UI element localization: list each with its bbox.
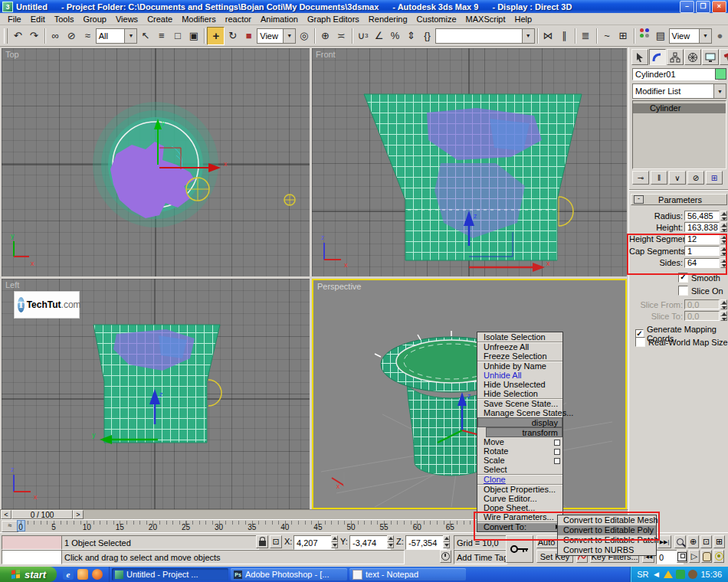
keyboard-override-button[interactable]: ≍ xyxy=(333,28,349,44)
select-and-rotate-button[interactable]: ↻ xyxy=(225,28,241,44)
context-menu-item[interactable]: Convert To: xyxy=(477,522,562,531)
context-menu-item[interactable]: Freeze Selection xyxy=(477,351,562,361)
viewport-top[interactable]: Top y x y x xyxy=(2,48,310,276)
modifier-list-dropdown[interactable]: Modifier List▼ xyxy=(632,83,726,99)
taskbar-task-photoshop[interactable]: Ps Adobe Photoshop - [... xyxy=(231,568,347,580)
context-menu-item[interactable]: Scale xyxy=(477,456,562,465)
layer-manager-button[interactable]: ≣ xyxy=(578,28,594,44)
angle-snap-button[interactable]: ∠ xyxy=(371,28,387,44)
named-sets-button[interactable]: {} xyxy=(419,28,435,44)
spinner-control[interactable] xyxy=(720,246,727,256)
bind-spacewarp-button[interactable]: ≈ xyxy=(80,28,96,44)
object-name-field[interactable]: Cylinder01 xyxy=(632,68,718,80)
menu-item[interactable]: Edit xyxy=(26,15,50,24)
remove-modifier-button[interactable]: ⊘ xyxy=(687,171,704,185)
undo-button[interactable]: ↶ xyxy=(10,28,26,44)
real-world-checkbox[interactable] xyxy=(635,337,645,347)
parameter-field[interactable]: 64 xyxy=(684,258,720,268)
viewport-front-label[interactable]: Front xyxy=(316,50,336,59)
context-menu-item[interactable]: Unhide All xyxy=(477,371,562,380)
align-button[interactable]: ∥ xyxy=(556,28,572,44)
make-unique-button[interactable]: ∨ xyxy=(669,171,686,185)
tab-display[interactable] xyxy=(702,49,719,65)
selection-lock-button[interactable] xyxy=(256,535,268,548)
warning-tray-icon[interactable] xyxy=(664,571,673,578)
use-pivot-center-button[interactable]: ◎ xyxy=(296,28,312,44)
unlink-button[interactable]: ⊘ xyxy=(64,28,80,44)
minimize-button[interactable]: – xyxy=(680,1,694,13)
zoom-extents-all-button[interactable]: ⊞ xyxy=(713,535,725,548)
context-menu-item[interactable]: Select xyxy=(477,465,562,474)
context-menu-item[interactable]: Dope Sheet... xyxy=(477,503,562,512)
menu-item[interactable]: MAXScript xyxy=(461,15,510,24)
context-menu-item[interactable]: Isolate Selection xyxy=(477,332,562,342)
context-menu-item[interactable]: Hide Selection xyxy=(477,389,562,398)
context-menu-item[interactable]: Wire Parameters... xyxy=(477,512,562,522)
maxscript-listener-white[interactable] xyxy=(2,550,64,564)
context-menu-item[interactable]: Curve Editor... xyxy=(477,494,562,503)
internet-explorer-icon[interactable]: e xyxy=(63,569,74,580)
menu-item[interactable]: Create xyxy=(143,15,177,24)
zoom-all-button[interactable]: ⊕ xyxy=(687,535,699,548)
tab-create[interactable] xyxy=(631,49,648,65)
zoom-extents-button[interactable]: ⊡ xyxy=(700,535,712,548)
go-to-end-button[interactable]: ▶▶| xyxy=(657,535,671,548)
select-and-move-button[interactable]: + xyxy=(207,27,225,45)
viewport-perspective-label[interactable]: Perspective xyxy=(317,282,361,291)
viewport-front[interactable]: Front z x z xyxy=(312,48,627,276)
context-menu-item[interactable]: Object Properties... xyxy=(477,484,562,494)
submenu-item[interactable]: Convert to Editable Poly xyxy=(558,525,656,535)
menu-item[interactable]: Views xyxy=(111,15,143,24)
menu-item[interactable]: Animation xyxy=(256,15,303,24)
context-menu-item[interactable]: Save Scene State... xyxy=(477,398,562,408)
set-keys-button[interactable] xyxy=(506,535,533,563)
context-menu-item[interactable]: Unfreeze All xyxy=(477,342,562,351)
link-button[interactable]: ∞ xyxy=(48,28,64,44)
firefox-icon[interactable] xyxy=(92,569,103,580)
modifier-stack[interactable]: Cylinder xyxy=(632,100,726,169)
z-spinner[interactable] xyxy=(443,535,450,548)
parameter-field[interactable]: 12 xyxy=(684,234,720,244)
configure-modifier-sets-button[interactable]: ⊞ xyxy=(706,171,723,185)
parameter-field[interactable]: 163,838 xyxy=(684,222,720,232)
tab-motion[interactable] xyxy=(684,49,701,65)
zoom-button[interactable] xyxy=(674,535,686,548)
z-coordinate-field[interactable]: -57,354 xyxy=(405,535,447,550)
select-and-scale-button[interactable]: ■ xyxy=(241,28,257,44)
time-slider-prev-button[interactable]: < xyxy=(1,510,11,519)
x-spinner[interactable] xyxy=(331,535,338,548)
parameter-field[interactable]: 56,485 xyxy=(684,211,720,221)
curve-editor-button[interactable]: ~ xyxy=(599,28,615,44)
parameters-rollout-header[interactable]: - Parameters xyxy=(631,194,727,205)
percent-snap-button[interactable]: % xyxy=(387,28,403,44)
misc-tray-icon[interactable] xyxy=(688,570,697,579)
menu-item[interactable]: Modifiers xyxy=(177,15,221,24)
arc-rotate-button[interactable] xyxy=(713,550,724,563)
submenu-item[interactable]: Convert to Editable Mesh xyxy=(558,515,656,525)
y-coordinate-field[interactable]: -3,474 xyxy=(349,535,391,550)
tab-modify[interactable] xyxy=(649,49,666,65)
select-and-manipulate-button[interactable]: ⊕ xyxy=(317,28,333,44)
select-object-button[interactable]: ↖ xyxy=(137,28,153,44)
window-crossing-button[interactable]: ▣ xyxy=(185,28,202,44)
spinner-control[interactable] xyxy=(720,211,727,221)
object-color-swatch[interactable] xyxy=(715,68,726,80)
close-button[interactable]: × xyxy=(712,1,726,13)
context-menu-item[interactable]: Unhide by Name xyxy=(477,361,562,371)
submenu-item[interactable]: Convert to NURBS xyxy=(558,545,656,555)
mirror-button[interactable]: ⋈ xyxy=(540,28,556,44)
menu-item[interactable]: Tools xyxy=(50,15,79,24)
viewport-left[interactable]: Left T TechTut.com z y z xyxy=(2,279,310,509)
redo-button[interactable]: ↷ xyxy=(26,28,42,44)
rect-selection-region-button[interactable]: □ xyxy=(169,28,185,44)
material-editor-button[interactable] xyxy=(637,28,653,44)
maxscript-listener-pink[interactable] xyxy=(2,535,64,550)
spinner-snap-button[interactable]: ⇕ xyxy=(403,28,419,44)
context-menu-item[interactable]: Move xyxy=(477,437,562,446)
collapse-tray-icon[interactable]: ◀ xyxy=(651,570,661,579)
y-spinner[interactable] xyxy=(387,535,394,548)
menu-item[interactable]: Graph Editors xyxy=(303,15,364,24)
menu-item[interactable]: reactor xyxy=(221,15,256,24)
time-slider-next-button[interactable]: > xyxy=(73,510,84,519)
submenu-item[interactable]: Convert to Editable Patch xyxy=(558,535,656,545)
